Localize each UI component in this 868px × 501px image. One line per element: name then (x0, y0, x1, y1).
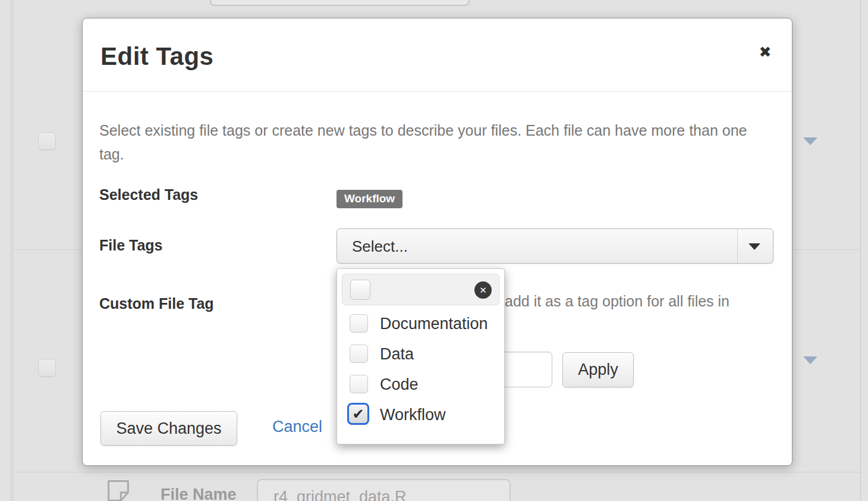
chevron-down-icon (749, 243, 760, 250)
file-name-label: File Name (161, 486, 237, 501)
file-name-input[interactable] (257, 479, 511, 501)
file-tags-dropdown-panel: ✕ DocumentationDataCode✔Workflow (336, 268, 505, 444)
dropdown-option-data[interactable]: Data (337, 340, 504, 370)
selected-tags-label: Selected Tags (99, 186, 198, 203)
checkbox-unchecked[interactable] (350, 345, 368, 363)
cancel-link[interactable]: Cancel (272, 418, 322, 436)
select-caret-box[interactable] (737, 229, 773, 263)
bg-row-checkbox[interactable] (38, 132, 56, 150)
bg-table-border-right (860, 0, 861, 501)
dropdown-filter-box: ✕ (342, 274, 499, 305)
dropdown-option-code[interactable]: Code (337, 370, 504, 400)
bg-table-border-left (11, 0, 11, 501)
edit-tags-modal: Edit Tags ✖ Select existing file tags or… (82, 18, 792, 466)
chevron-down-icon[interactable] (803, 356, 817, 364)
file-icon (99, 480, 138, 501)
file-tags-label: File Tags (99, 237, 163, 254)
apply-button[interactable]: Apply (562, 352, 634, 387)
select-placeholder: Select... (352, 237, 408, 256)
dropdown-option-label: Data (380, 345, 414, 364)
dropdown-options: DocumentationDataCode✔Workflow (337, 309, 504, 431)
checkbox-unchecked[interactable] (350, 314, 368, 333)
bg-table-border-left-inner (12, 0, 13, 501)
checkbox-checked[interactable]: ✔ (347, 403, 369, 425)
modal-description: Select existing file tags or create new … (99, 118, 765, 166)
checkbox-unchecked[interactable] (350, 375, 368, 393)
header-divider (83, 91, 792, 92)
file-tags-select[interactable]: Select... (336, 228, 773, 264)
selected-tag-badge: Workflow (336, 190, 402, 208)
bg-filename-input-partial[interactable] (210, 0, 470, 6)
chevron-down-icon[interactable] (803, 137, 817, 145)
custom-tag-help-text: add it as a tag option for all files in (505, 293, 778, 310)
custom-file-tag-label: Custom File Tag (99, 295, 214, 312)
dropdown-option-label: Code (380, 375, 419, 394)
dropdown-option-label: Documentation (380, 315, 488, 333)
save-changes-button[interactable]: Save Changes (100, 411, 237, 446)
close-icon[interactable]: ✖ (753, 40, 777, 64)
modal-title: Edit Tags (100, 42, 213, 71)
clear-circle-icon[interactable]: ✕ (474, 281, 492, 299)
dropdown-option-workflow[interactable]: ✔Workflow (337, 400, 504, 431)
dropdown-option-label: Workflow (380, 406, 446, 424)
select-all-checkbox[interactable] (350, 280, 370, 300)
bg-row-checkbox[interactable] (38, 359, 56, 377)
bg-row-divider (12, 472, 860, 472)
dropdown-option-documentation[interactable]: Documentation (337, 309, 504, 340)
